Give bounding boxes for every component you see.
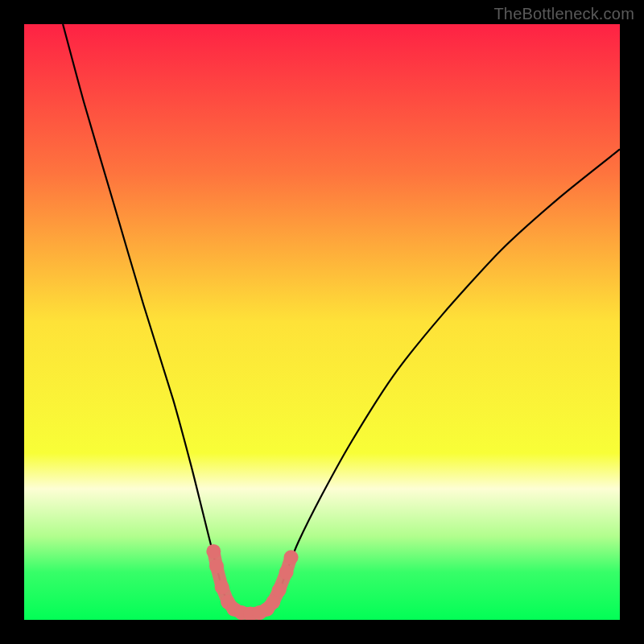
chart-container: TheBottleneck.com xyxy=(0,0,644,644)
bottleneck-chart xyxy=(0,0,644,644)
marker-point xyxy=(215,580,229,594)
marker-point xyxy=(284,550,299,564)
marker-point xyxy=(279,565,294,580)
watermark-text: TheBottleneck.com xyxy=(493,5,634,23)
marker-point xyxy=(209,559,224,573)
marker-point xyxy=(206,544,221,559)
marker-point xyxy=(272,583,287,597)
chart-background-gradient xyxy=(24,24,620,620)
